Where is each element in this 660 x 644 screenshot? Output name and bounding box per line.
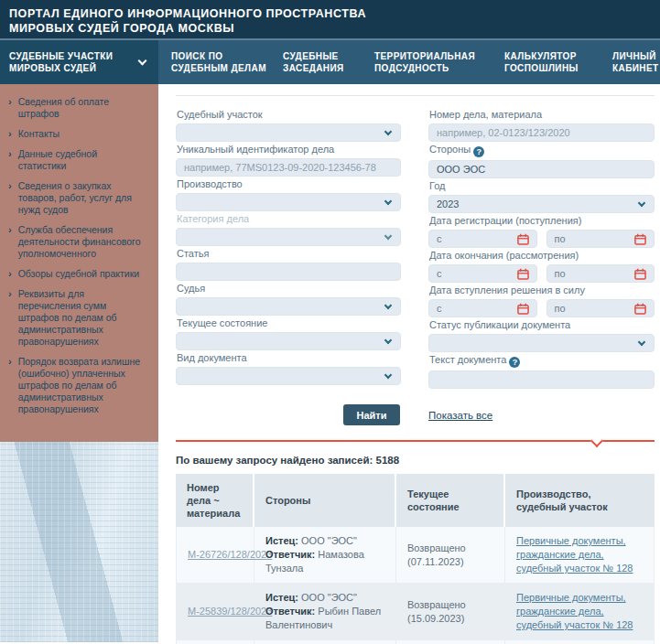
help-icon[interactable]: ? — [473, 146, 484, 157]
field-label: Текст документа — [429, 354, 506, 365]
field-label: Год — [429, 180, 655, 192]
defendant-label: Ответчик: — [265, 606, 315, 617]
parties-input[interactable] — [437, 164, 646, 175]
field-doc-type: Вид документа — [176, 352, 401, 385]
calendar-icon[interactable] — [634, 233, 646, 245]
field-doc-text: Текст документа ? — [428, 354, 655, 389]
results-table: Номер дела ~ материала Стороны Текущее с… — [176, 474, 655, 644]
nav-tab-label: МИРОВЫХ СУДЕЙ — [9, 62, 113, 74]
nav-tab-territorial-jurisdiction[interactable]: ТЕРРИТОРИАЛЬНАЯ ПОДСУДНОСТЬ — [362, 40, 492, 84]
nav-tab-label: ПОИСК ПО — [171, 50, 270, 62]
nav-tab-hearings[interactable]: СУДЕБНЫЕ ЗАСЕДАНИЯ — [270, 40, 362, 84]
article-input[interactable] — [184, 266, 393, 277]
chevron-down-icon — [384, 337, 392, 344]
case-number-input[interactable] — [437, 127, 646, 138]
case-number-link[interactable]: М-25839/128/2023 — [188, 606, 272, 617]
sidebar-item-label: Обзоры судебной практики — [18, 268, 139, 280]
nav-tab-personal-account[interactable]: ЛИЧНЫЙ КАБИНЕТ — [600, 40, 660, 84]
sidebar-item-fine-requisites[interactable]: › Реквизиты для перечисления сумм штрафо… — [8, 288, 147, 348]
current-state-select[interactable] — [176, 332, 401, 350]
chevron-down-icon — [138, 57, 147, 66]
date-to-prefix: по — [555, 233, 566, 244]
table-row: М-21024/322/2023 Истец: ООО "ЭОС" Ответч… — [176, 640, 655, 644]
nav-tab-label: ЛИЧНЫЙ — [612, 50, 660, 62]
form-actions: Найти Показать все — [176, 404, 655, 425]
field-current-state: Текущее состояние — [176, 317, 401, 350]
table-row: М-26726/128/2023 Истец: ООО "ЭОС" Ответч… — [176, 527, 655, 584]
plaintiff-label: Истец: — [265, 535, 298, 546]
field-label: Судебный участок — [177, 109, 401, 121]
chevron-down-icon — [384, 302, 392, 309]
field-label: Вид документа — [177, 352, 401, 364]
defendant-label: Ответчик: — [265, 549, 315, 560]
sidebar-item-ombudsman-service[interactable]: › Служба обеспечения деятельности финанс… — [8, 224, 147, 260]
field-label: Судья — [177, 283, 401, 295]
search-button[interactable]: Найти — [343, 404, 400, 425]
plaintiff-value: ООО "ЭОС" — [301, 535, 357, 546]
date-to-prefix: по — [555, 268, 566, 279]
sidebar-item-label: Контакты — [18, 128, 60, 140]
help-icon[interactable]: ? — [509, 357, 520, 368]
chevron-down-icon — [384, 371, 392, 379]
field-case-uid: Уникальный идентификатор дела — [176, 144, 401, 177]
nav-tab-label: СУДЕБНЫМ ДЕЛАМ — [171, 62, 270, 74]
column-header-case-number[interactable]: Номер дела ~ материала — [176, 474, 254, 527]
year-select[interactable]: 2023 — [428, 195, 655, 213]
proceeding-link[interactable]: Первичные документы, гражданские дела, с… — [516, 535, 633, 574]
field-label: Уникальный идентификатор дела — [177, 144, 401, 156]
sidebar-item-label: Порядок возврата излишне (ошибочно) упла… — [18, 356, 147, 415]
nav-tab-label: КАБИНЕТ — [612, 62, 660, 74]
sidebar-item-contacts[interactable]: › Контакты — [8, 128, 147, 140]
column-header-proceeding: Производство, судебный участок — [505, 474, 655, 527]
sidebar-item-procurement[interactable]: › Сведения о закупках товаров, работ, ус… — [8, 180, 147, 216]
doc-text-input[interactable] — [437, 374, 646, 385]
field-label: Статус публикации документа — [429, 319, 655, 331]
calendar-icon[interactable] — [517, 303, 529, 315]
year-select-value: 2023 — [437, 199, 459, 209]
calendar-icon[interactable] — [634, 303, 646, 315]
results-divider — [176, 440, 655, 442]
registration-date-from-input[interactable] — [448, 233, 517, 244]
chevron-down-icon — [384, 232, 392, 240]
divider-notch — [590, 435, 603, 447]
field-force-date: Дата вступления решения в силу с — [428, 284, 655, 317]
sidebar-item-label: Реквизиты для перечисления сумм штрафов … — [18, 288, 147, 348]
chevron-down-icon — [384, 198, 392, 205]
end-date-from-input[interactable] — [448, 268, 517, 279]
column-header-parties: Стороны — [254, 474, 396, 527]
force-date-from-input[interactable] — [448, 303, 517, 314]
case-number-link[interactable]: М-26726/128/2023 — [188, 549, 272, 560]
end-date-to-input[interactable] — [571, 268, 634, 279]
field-label: Дата окончания (рассмотрения) — [429, 250, 655, 262]
publication-status-select[interactable] — [428, 334, 655, 352]
nav-tab-label: ТЕРРИТОРИАЛЬНАЯ — [374, 50, 492, 62]
sidebar-item-practice-reviews[interactable]: › Обзоры судебной практики — [8, 268, 147, 280]
case-category-select[interactable] — [176, 228, 401, 246]
calendar-icon[interactable] — [517, 268, 529, 280]
court-section-select[interactable] — [176, 123, 401, 142]
proceeding-link[interactable]: Первичные документы, гражданские дела, с… — [516, 592, 633, 630]
field-judge: Судья — [176, 283, 401, 316]
calendar-icon[interactable] — [634, 268, 646, 280]
plaintiff-value: ООО "ЭОС" — [301, 592, 357, 603]
main-nav: СУДЕБНЫЕ УЧАСТКИ МИРОВЫХ СУДЕЙ ПОИСК ПО … — [0, 40, 660, 84]
registration-date-to-input[interactable] — [571, 233, 634, 244]
site-title-line1: ПОРТАЛ ЕДИНОГО ИНФОРМАЦИОННОГО ПРОСТРАНС… — [9, 6, 651, 21]
case-uid-input[interactable] — [184, 162, 393, 173]
calendar-icon[interactable] — [517, 233, 529, 245]
doc-type-select[interactable] — [176, 367, 401, 385]
judge-select[interactable] — [176, 297, 401, 316]
sidebar-item-fines-payment[interactable]: › Сведения об оплате штрафов — [8, 96, 147, 120]
force-date-to-input[interactable] — [571, 303, 634, 314]
field-case-number: Номер дела, материала — [428, 109, 655, 142]
date-from-prefix: с — [437, 268, 442, 279]
proceeding-select[interactable] — [176, 193, 401, 211]
field-publication-status: Статус публикации документа — [428, 319, 655, 352]
nav-tab-court-sections[interactable]: СУДЕБНЫЕ УЧАСТКИ МИРОВЫХ СУДЕЙ — [0, 40, 158, 84]
show-all-link[interactable]: Показать все — [428, 410, 492, 421]
sidebar-item-statistics[interactable]: › Данные судебной статистики — [8, 148, 147, 172]
nav-tab-case-search[interactable]: ПОИСК ПО СУДЕБНЫМ ДЕЛАМ — [158, 40, 270, 84]
chevron-down-icon — [384, 128, 392, 135]
nav-tab-fee-calculator[interactable]: КАЛЬКУЛЯТОР ГОСПОШЛИНЫ — [492, 40, 600, 84]
sidebar-item-fine-refund[interactable]: › Порядок возврата излишне (ошибочно) уп… — [8, 356, 147, 415]
